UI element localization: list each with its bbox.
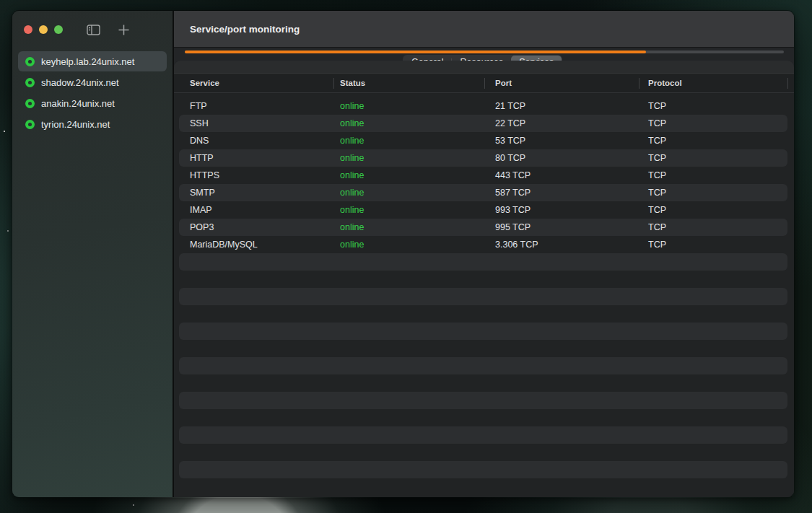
- table-row-empty: [179, 288, 787, 305]
- table-row-empty: [179, 305, 787, 323]
- port-cell: 21 TCP: [495, 97, 525, 115]
- server-label: anakin.24unix.net: [41, 98, 115, 109]
- table-row-empty: [179, 340, 787, 357]
- port-cell: 3.306 TCP: [495, 236, 538, 253]
- status-cell: online: [340, 97, 364, 115]
- status-cell: online: [340, 132, 364, 149]
- table-header: Service Status Port Protocol: [174, 73, 794, 93]
- table-row-empty: [179, 461, 787, 478]
- status-cell: online: [340, 149, 364, 167]
- server-label: tyrion.24unix.net: [41, 119, 110, 130]
- table-row[interactable]: FTPonline21 TCPTCP: [179, 97, 787, 115]
- progress-fill: [185, 51, 646, 53]
- status-cell: online: [340, 236, 364, 253]
- column-separator: [333, 78, 334, 89]
- column-header-port[interactable]: Port: [495, 74, 512, 92]
- table-row[interactable]: DNSonline53 TCPTCP: [179, 132, 787, 149]
- port-cell: 80 TCP: [495, 149, 525, 167]
- column-separator: [787, 78, 788, 89]
- port-cell: 995 TCP: [495, 219, 531, 236]
- table-row-empty: [179, 444, 787, 461]
- protocol-cell: TCP: [648, 184, 666, 201]
- table-body: FTPonline21 TCPTCPSSHonline22 TCPTCPDNSo…: [179, 97, 787, 496]
- server-label: shadow.24unix.net: [41, 77, 119, 88]
- protocol-cell: TCP: [648, 219, 666, 236]
- protocol-cell: TCP: [648, 132, 666, 149]
- server-status-online-icon: [25, 78, 35, 87]
- table-row-empty: [179, 392, 787, 409]
- sidebar-toggle-icon[interactable]: [87, 25, 100, 35]
- table-row-empty: [179, 409, 787, 426]
- sidebar-item-server[interactable]: tyrion.24unix.net: [18, 114, 167, 134]
- services-table: Service Status Port Protocol FTPonline21…: [174, 61, 794, 497]
- server-status-online-icon: [25, 99, 35, 108]
- table-row-empty: [179, 478, 787, 496]
- column-separator: [639, 78, 639, 89]
- protocol-cell: TCP: [648, 236, 666, 253]
- column-header-service[interactable]: Service: [190, 74, 219, 92]
- service-cell: HTTP: [190, 149, 214, 167]
- pane-titlebar: Service/port monitoring: [174, 11, 794, 48]
- zoom-window-button[interactable]: [54, 25, 63, 34]
- protocol-cell: TCP: [648, 167, 666, 184]
- sidebar-item-server[interactable]: keyhelp.lab.24unix.net: [18, 51, 167, 71]
- add-server-icon[interactable]: [118, 25, 129, 35]
- minimize-window-button[interactable]: [39, 25, 48, 34]
- main-pane: Service/port monitoring General Resource…: [174, 11, 794, 497]
- port-cell: 993 TCP: [495, 201, 531, 219]
- protocol-cell: TCP: [648, 97, 666, 115]
- service-cell: HTTPS: [190, 167, 219, 184]
- server-status-online-icon: [25, 57, 35, 66]
- service-cell: IMAP: [190, 201, 212, 219]
- sidebar-toolbar: [12, 11, 173, 48]
- port-cell: 587 TCP: [495, 184, 531, 201]
- service-cell: SMTP: [190, 184, 215, 201]
- status-cell: online: [340, 219, 364, 236]
- port-cell: 53 TCP: [495, 132, 525, 149]
- table-top-band: [174, 61, 794, 73]
- table-row[interactable]: IMAPonline993 TCPTCP: [179, 201, 787, 219]
- port-cell: 22 TCP: [495, 115, 525, 132]
- protocol-cell: TCP: [648, 115, 666, 132]
- port-cell: 443 TCP: [495, 167, 531, 184]
- sidebar-item-server[interactable]: shadow.24unix.net: [18, 72, 167, 92]
- column-header-status[interactable]: Status: [340, 74, 365, 92]
- monitoring-progress-bar: [185, 51, 784, 53]
- status-cell: online: [340, 115, 364, 132]
- service-cell: FTP: [190, 97, 207, 115]
- page-title: Service/port monitoring: [190, 24, 300, 35]
- service-cell: MariaDB/MySQL: [190, 236, 258, 253]
- table-row[interactable]: SMTPonline587 TCPTCP: [179, 184, 787, 201]
- table-row[interactable]: HTTPonline80 TCPTCP: [179, 149, 787, 167]
- table-row-empty: [179, 271, 787, 288]
- table-row-empty: [179, 357, 787, 374]
- app-window: keyhelp.lab.24unix.net shadow.24unix.net…: [12, 10, 795, 498]
- status-cell: online: [340, 201, 364, 219]
- table-row-empty: [179, 426, 787, 444]
- sidebar: keyhelp.lab.24unix.net shadow.24unix.net…: [12, 11, 173, 497]
- status-cell: online: [340, 184, 364, 201]
- server-list: keyhelp.lab.24unix.net shadow.24unix.net…: [12, 48, 173, 134]
- table-row-empty: [179, 374, 787, 392]
- table-row[interactable]: HTTPSonline443 TCPTCP: [179, 167, 787, 184]
- table-row[interactable]: MariaDB/MySQLonline3.306 TCPTCP: [179, 236, 787, 253]
- table-row-empty: [179, 253, 787, 271]
- table-row[interactable]: POP3online995 TCPTCP: [179, 219, 787, 236]
- service-cell: DNS: [190, 132, 209, 149]
- column-header-protocol[interactable]: Protocol: [648, 74, 682, 92]
- table-row[interactable]: SSHonline22 TCPTCP: [179, 115, 787, 132]
- server-label: keyhelp.lab.24unix.net: [41, 56, 134, 67]
- sidebar-item-server[interactable]: anakin.24unix.net: [18, 93, 167, 113]
- service-cell: POP3: [190, 219, 214, 236]
- status-cell: online: [340, 167, 364, 184]
- service-cell: SSH: [190, 115, 209, 132]
- table-row-empty: [179, 323, 787, 340]
- protocol-cell: TCP: [648, 149, 666, 167]
- column-separator: [484, 78, 485, 89]
- server-status-online-icon: [25, 120, 35, 129]
- close-window-button[interactable]: [24, 25, 32, 34]
- protocol-cell: TCP: [648, 201, 666, 219]
